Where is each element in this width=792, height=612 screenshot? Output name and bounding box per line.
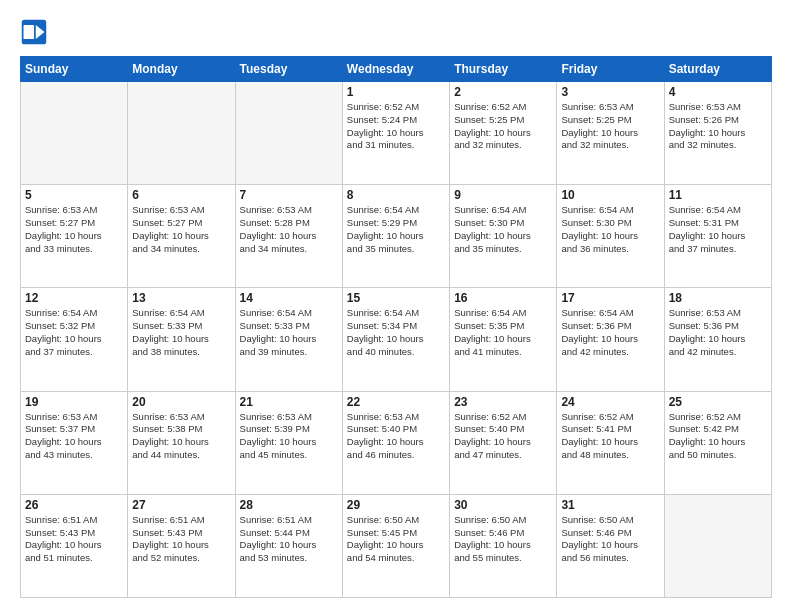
- weekday-header-row: SundayMondayTuesdayWednesdayThursdayFrid…: [21, 57, 772, 82]
- day-info: Sunrise: 6:54 AMSunset: 5:35 PMDaylight:…: [454, 307, 552, 358]
- day-info: Sunrise: 6:54 AMSunset: 5:34 PMDaylight:…: [347, 307, 445, 358]
- day-number: 24: [561, 395, 659, 409]
- day-number: 2: [454, 85, 552, 99]
- calendar-cell: 28Sunrise: 6:51 AMSunset: 5:44 PMDayligh…: [235, 494, 342, 597]
- calendar-cell: 9Sunrise: 6:54 AMSunset: 5:30 PMDaylight…: [450, 185, 557, 288]
- day-info: Sunrise: 6:52 AMSunset: 5:42 PMDaylight:…: [669, 411, 767, 462]
- svg-rect-2: [24, 25, 35, 39]
- calendar-cell: 20Sunrise: 6:53 AMSunset: 5:38 PMDayligh…: [128, 391, 235, 494]
- day-info: Sunrise: 6:51 AMSunset: 5:43 PMDaylight:…: [132, 514, 230, 565]
- logo-icon: [20, 18, 48, 46]
- day-number: 7: [240, 188, 338, 202]
- day-number: 25: [669, 395, 767, 409]
- day-info: Sunrise: 6:52 AMSunset: 5:40 PMDaylight:…: [454, 411, 552, 462]
- day-info: Sunrise: 6:50 AMSunset: 5:46 PMDaylight:…: [561, 514, 659, 565]
- weekday-header-saturday: Saturday: [664, 57, 771, 82]
- logo: [20, 18, 52, 46]
- day-info: Sunrise: 6:54 AMSunset: 5:32 PMDaylight:…: [25, 307, 123, 358]
- calendar-cell: 27Sunrise: 6:51 AMSunset: 5:43 PMDayligh…: [128, 494, 235, 597]
- week-row-3: 19Sunrise: 6:53 AMSunset: 5:37 PMDayligh…: [21, 391, 772, 494]
- day-number: 5: [25, 188, 123, 202]
- calendar-cell: [128, 82, 235, 185]
- calendar-cell: 24Sunrise: 6:52 AMSunset: 5:41 PMDayligh…: [557, 391, 664, 494]
- day-info: Sunrise: 6:52 AMSunset: 5:24 PMDaylight:…: [347, 101, 445, 152]
- calendar-cell: 10Sunrise: 6:54 AMSunset: 5:30 PMDayligh…: [557, 185, 664, 288]
- day-number: 19: [25, 395, 123, 409]
- calendar-cell: 31Sunrise: 6:50 AMSunset: 5:46 PMDayligh…: [557, 494, 664, 597]
- day-info: Sunrise: 6:53 AMSunset: 5:26 PMDaylight:…: [669, 101, 767, 152]
- day-info: Sunrise: 6:51 AMSunset: 5:44 PMDaylight:…: [240, 514, 338, 565]
- day-info: Sunrise: 6:50 AMSunset: 5:45 PMDaylight:…: [347, 514, 445, 565]
- day-info: Sunrise: 6:54 AMSunset: 5:30 PMDaylight:…: [561, 204, 659, 255]
- calendar-cell: 7Sunrise: 6:53 AMSunset: 5:28 PMDaylight…: [235, 185, 342, 288]
- calendar-cell: 17Sunrise: 6:54 AMSunset: 5:36 PMDayligh…: [557, 288, 664, 391]
- week-row-4: 26Sunrise: 6:51 AMSunset: 5:43 PMDayligh…: [21, 494, 772, 597]
- calendar-cell: 12Sunrise: 6:54 AMSunset: 5:32 PMDayligh…: [21, 288, 128, 391]
- calendar-cell: 18Sunrise: 6:53 AMSunset: 5:36 PMDayligh…: [664, 288, 771, 391]
- calendar-cell: [664, 494, 771, 597]
- day-info: Sunrise: 6:54 AMSunset: 5:31 PMDaylight:…: [669, 204, 767, 255]
- day-number: 17: [561, 291, 659, 305]
- day-info: Sunrise: 6:54 AMSunset: 5:30 PMDaylight:…: [454, 204, 552, 255]
- day-info: Sunrise: 6:52 AMSunset: 5:25 PMDaylight:…: [454, 101, 552, 152]
- day-number: 26: [25, 498, 123, 512]
- day-number: 9: [454, 188, 552, 202]
- day-number: 8: [347, 188, 445, 202]
- calendar-cell: 23Sunrise: 6:52 AMSunset: 5:40 PMDayligh…: [450, 391, 557, 494]
- weekday-header-monday: Monday: [128, 57, 235, 82]
- day-info: Sunrise: 6:53 AMSunset: 5:36 PMDaylight:…: [669, 307, 767, 358]
- calendar-cell: 25Sunrise: 6:52 AMSunset: 5:42 PMDayligh…: [664, 391, 771, 494]
- day-number: 11: [669, 188, 767, 202]
- day-info: Sunrise: 6:53 AMSunset: 5:37 PMDaylight:…: [25, 411, 123, 462]
- day-number: 10: [561, 188, 659, 202]
- week-row-2: 12Sunrise: 6:54 AMSunset: 5:32 PMDayligh…: [21, 288, 772, 391]
- day-info: Sunrise: 6:54 AMSunset: 5:33 PMDaylight:…: [132, 307, 230, 358]
- day-number: 6: [132, 188, 230, 202]
- page: SundayMondayTuesdayWednesdayThursdayFrid…: [0, 0, 792, 612]
- day-number: 1: [347, 85, 445, 99]
- day-number: 3: [561, 85, 659, 99]
- calendar-cell: 19Sunrise: 6:53 AMSunset: 5:37 PMDayligh…: [21, 391, 128, 494]
- calendar-cell: [21, 82, 128, 185]
- day-number: 12: [25, 291, 123, 305]
- day-number: 14: [240, 291, 338, 305]
- day-info: Sunrise: 6:51 AMSunset: 5:43 PMDaylight:…: [25, 514, 123, 565]
- day-number: 20: [132, 395, 230, 409]
- calendar-cell: 13Sunrise: 6:54 AMSunset: 5:33 PMDayligh…: [128, 288, 235, 391]
- day-number: 4: [669, 85, 767, 99]
- day-number: 21: [240, 395, 338, 409]
- day-number: 15: [347, 291, 445, 305]
- calendar-cell: 1Sunrise: 6:52 AMSunset: 5:24 PMDaylight…: [342, 82, 449, 185]
- day-number: 31: [561, 498, 659, 512]
- day-number: 23: [454, 395, 552, 409]
- calendar-cell: [235, 82, 342, 185]
- day-number: 29: [347, 498, 445, 512]
- weekday-header-tuesday: Tuesday: [235, 57, 342, 82]
- header: [20, 18, 772, 46]
- calendar-cell: 14Sunrise: 6:54 AMSunset: 5:33 PMDayligh…: [235, 288, 342, 391]
- day-number: 18: [669, 291, 767, 305]
- week-row-0: 1Sunrise: 6:52 AMSunset: 5:24 PMDaylight…: [21, 82, 772, 185]
- calendar-cell: 8Sunrise: 6:54 AMSunset: 5:29 PMDaylight…: [342, 185, 449, 288]
- calendar-cell: 2Sunrise: 6:52 AMSunset: 5:25 PMDaylight…: [450, 82, 557, 185]
- day-number: 16: [454, 291, 552, 305]
- day-info: Sunrise: 6:53 AMSunset: 5:39 PMDaylight:…: [240, 411, 338, 462]
- calendar-cell: 16Sunrise: 6:54 AMSunset: 5:35 PMDayligh…: [450, 288, 557, 391]
- day-info: Sunrise: 6:53 AMSunset: 5:27 PMDaylight:…: [132, 204, 230, 255]
- calendar-cell: 22Sunrise: 6:53 AMSunset: 5:40 PMDayligh…: [342, 391, 449, 494]
- day-info: Sunrise: 6:53 AMSunset: 5:38 PMDaylight:…: [132, 411, 230, 462]
- day-number: 22: [347, 395, 445, 409]
- calendar-cell: 4Sunrise: 6:53 AMSunset: 5:26 PMDaylight…: [664, 82, 771, 185]
- day-number: 27: [132, 498, 230, 512]
- calendar-cell: 6Sunrise: 6:53 AMSunset: 5:27 PMDaylight…: [128, 185, 235, 288]
- day-info: Sunrise: 6:53 AMSunset: 5:28 PMDaylight:…: [240, 204, 338, 255]
- day-number: 30: [454, 498, 552, 512]
- day-info: Sunrise: 6:54 AMSunset: 5:33 PMDaylight:…: [240, 307, 338, 358]
- day-info: Sunrise: 6:53 AMSunset: 5:40 PMDaylight:…: [347, 411, 445, 462]
- calendar-cell: 30Sunrise: 6:50 AMSunset: 5:46 PMDayligh…: [450, 494, 557, 597]
- calendar-cell: 3Sunrise: 6:53 AMSunset: 5:25 PMDaylight…: [557, 82, 664, 185]
- day-info: Sunrise: 6:54 AMSunset: 5:29 PMDaylight:…: [347, 204, 445, 255]
- weekday-header-sunday: Sunday: [21, 57, 128, 82]
- day-info: Sunrise: 6:54 AMSunset: 5:36 PMDaylight:…: [561, 307, 659, 358]
- day-info: Sunrise: 6:52 AMSunset: 5:41 PMDaylight:…: [561, 411, 659, 462]
